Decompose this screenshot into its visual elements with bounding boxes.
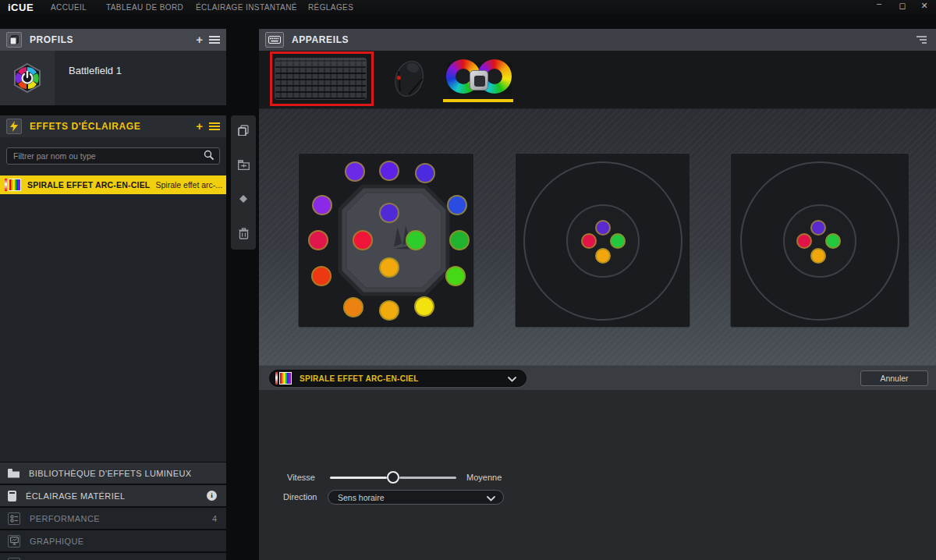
- sidebar-item-notifications[interactable]: NOTIFICATIONS: [0, 553, 226, 560]
- led-dot[interactable]: [343, 297, 363, 317]
- menu-reglages[interactable]: RÉGLAGES: [308, 3, 353, 12]
- device-tabstrip: [259, 51, 936, 109]
- speed-slider[interactable]: [330, 471, 456, 484]
- speed-value-label: Moyenne: [466, 473, 502, 482]
- profile-menu-button[interactable]: [209, 36, 220, 44]
- led-dot[interactable]: [810, 248, 826, 264]
- sidebar-item-bibliotheque-effets[interactable]: BIBLIOTHÈQUE D'EFFETS LUMINEUX: [0, 463, 226, 484]
- performance-icon: [8, 512, 20, 525]
- devices-header: APPAREILS: [259, 29, 936, 51]
- delete-effect-button[interactable]: [239, 228, 249, 243]
- effect-dropdown[interactable]: SPIRALE EFFET ARC-EN-CIEL: [269, 370, 526, 387]
- minimize-button[interactable]: –: [872, 0, 886, 8]
- fan-panel-2: [730, 153, 909, 328]
- led-dot[interactable]: [825, 233, 841, 249]
- led-dot[interactable]: [345, 161, 365, 182]
- pump-panel: [298, 153, 474, 328]
- led-dot[interactable]: [414, 296, 434, 317]
- app-logo: iCUE: [8, 2, 34, 13]
- effect-controls: Vitesse Moyenne Direction Sens horaire: [259, 390, 936, 560]
- rainbow-effect-icon: [5, 179, 21, 191]
- sidebar-item-performance[interactable]: PERFORMANCE 4: [0, 508, 226, 529]
- profiles-icon: [6, 32, 22, 48]
- direction-dropdown-value: Sens horaire: [338, 493, 385, 502]
- add-effect-button[interactable]: +: [196, 121, 203, 132]
- sidebar-item-eclairage-materiel[interactable]: ÉCLAIRAGE MATÉRIEL i: [0, 485, 226, 506]
- rainbow-effect-icon: [275, 372, 292, 385]
- duplicate-effect-button[interactable]: [238, 125, 249, 139]
- led-dot[interactable]: [445, 266, 466, 286]
- tab-keyboard[interactable]: [275, 58, 367, 100]
- led-dot[interactable]: [415, 163, 435, 183]
- effect-bar: SPIRALE EFFET ARC-EN-CIEL Annuler: [259, 365, 936, 390]
- effect-dropdown-value: SPIRALE EFFET ARC-EN-CIEL: [300, 374, 419, 383]
- keyboard-header-icon: [265, 32, 284, 48]
- info-icon: i: [207, 491, 217, 501]
- effect-item-spirale-arc-en-ciel[interactable]: SPIRALE EFFET ARC-EN-CIEL Spirale effet …: [0, 175, 226, 194]
- led-dot[interactable]: [308, 230, 328, 250]
- solo-layer-button[interactable]: [238, 193, 249, 207]
- effects-list: SPIRALE EFFET ARC-EN-CIEL Spirale effet …: [0, 137, 226, 462]
- profile-name: Battlefield 1: [69, 65, 122, 76]
- led-dot[interactable]: [595, 248, 611, 264]
- tab-mouse[interactable]: [386, 55, 433, 101]
- led-dot[interactable]: [379, 300, 399, 321]
- profile-avatar: [0, 51, 55, 105]
- speed-label: Vitesse: [287, 473, 315, 482]
- device-sort-icon[interactable]: [916, 36, 927, 44]
- led-dot[interactable]: [379, 161, 399, 181]
- effect-name: SPIRALE EFFET ARC-EN-CIEL: [27, 180, 150, 190]
- profile-hex-icon: [12, 62, 43, 94]
- speed-track-rest: [399, 477, 456, 479]
- icue-app: iCUE ACCUEIL TABLEAU DE BORD ÉCLAIRAGE I…: [0, 0, 936, 560]
- library-folder-icon: [8, 469, 20, 478]
- import-export-button[interactable]: [238, 159, 250, 173]
- devices-title: APPAREILS: [292, 34, 349, 45]
- profiles-header: PROFILS +: [0, 29, 226, 51]
- led-dot[interactable]: [796, 233, 812, 249]
- menu-accueil[interactable]: ACCUEIL: [51, 3, 87, 12]
- effects-filter[interactable]: [6, 147, 220, 165]
- menu-eclairage-instantane[interactable]: ÉCLAIRAGE INSTANTANÉ: [196, 3, 297, 12]
- led-dot[interactable]: [610, 233, 626, 249]
- cooler-pump-thumb: [470, 70, 488, 90]
- effects-menu-button[interactable]: [209, 122, 220, 130]
- direction-dropdown[interactable]: Sens horaire: [328, 490, 504, 505]
- led-dot[interactable]: [447, 195, 467, 215]
- led-dot[interactable]: [406, 230, 426, 250]
- led-dot[interactable]: [379, 257, 399, 278]
- chevron-down-icon: [487, 491, 495, 505]
- profiles-title: PROFILS: [30, 34, 73, 45]
- led-dot[interactable]: [312, 195, 332, 215]
- speed-track-filled: [330, 477, 387, 479]
- cancel-button[interactable]: Annuler: [860, 370, 928, 386]
- selected-tab-underline: [443, 99, 513, 102]
- direction-label: Direction: [283, 492, 317, 502]
- titlebar: iCUE ACCUEIL TABLEAU DE BORD ÉCLAIRAGE I…: [0, 0, 936, 14]
- fan-panel-1: [515, 153, 690, 328]
- maximize-button[interactable]: ◻: [895, 1, 909, 11]
- performance-count-badge: 4: [212, 514, 217, 523]
- led-dot[interactable]: [810, 220, 826, 236]
- led-dot[interactable]: [379, 203, 399, 223]
- led-dot[interactable]: [449, 230, 470, 250]
- led-dot[interactable]: [581, 233, 597, 249]
- tab-cooler[interactable]: [445, 58, 513, 98]
- effect-description: Spirale effet arc-...: [155, 180, 222, 190]
- notifications-icon: [8, 558, 20, 560]
- menu-tableau-de-bord[interactable]: TABLEAU DE BORD: [106, 3, 183, 12]
- hardware-device-icon: [8, 491, 16, 502]
- sidebar-item-graphique[interactable]: GRAPHIQUE: [0, 530, 226, 551]
- search-icon: [204, 149, 214, 163]
- led-dot[interactable]: [311, 266, 332, 286]
- close-button[interactable]: ✕: [917, 1, 931, 11]
- profile-item-battlefield1[interactable]: Battlefield 1: [0, 51, 226, 105]
- speed-slider-handle[interactable]: [387, 471, 399, 484]
- lighting-effects-header: EFFETS D'ÉCLAIRAGE +: [0, 115, 226, 137]
- add-profile-button[interactable]: +: [196, 34, 203, 45]
- effects-filter-input[interactable]: [7, 151, 204, 161]
- led-dot[interactable]: [353, 230, 373, 250]
- device-preview-area: [259, 109, 936, 365]
- led-dot[interactable]: [595, 220, 611, 236]
- chevron-down-icon: [508, 371, 516, 385]
